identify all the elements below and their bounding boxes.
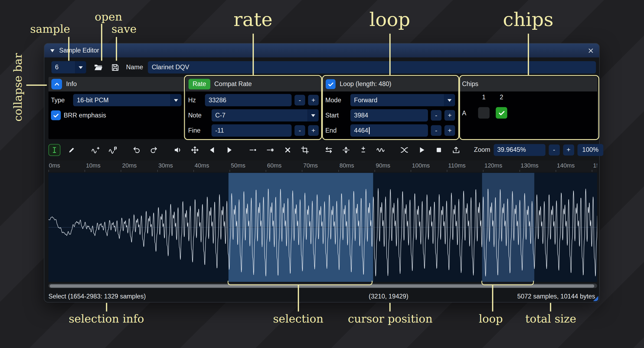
loop-start-value: 3984 [354, 111, 368, 119]
delete-button[interactable] [282, 144, 294, 156]
ruler-tick [519, 170, 520, 172]
zoom-value-field[interactable]: 39.9645% [493, 144, 545, 156]
invert-button[interactable] [340, 144, 352, 156]
amplify-button[interactable] [172, 144, 184, 156]
annotation-sample-label: sample [30, 22, 70, 35]
loop-end-increment-button[interactable]: + [444, 125, 455, 136]
collapse-info-button[interactable] [51, 79, 62, 89]
window-title: Sample Editor [59, 47, 99, 54]
loop-start-decrement-button[interactable]: - [431, 110, 442, 120]
reverse-button[interactable] [323, 144, 335, 156]
note-select[interactable]: C-7 [211, 109, 319, 121]
stop-preview-button[interactable] [433, 144, 445, 156]
ruler-label: 100ms [412, 162, 430, 169]
plus-minus-icon [359, 146, 368, 154]
open-button[interactable] [92, 61, 104, 73]
type-select[interactable]: 16-bit PCM [73, 94, 182, 106]
ruler-tick [48, 170, 49, 172]
loop-start-increment-button[interactable]: + [444, 110, 455, 120]
sample-select-arrow[interactable] [75, 61, 86, 73]
chips-panel-title: Chips [462, 80, 478, 88]
resize-grip[interactable] [593, 296, 599, 301]
annotation-loop-label: loop [369, 8, 410, 30]
annotation-loop-line [389, 34, 390, 75]
filter-button[interactable] [375, 144, 387, 156]
fine-increment-button[interactable]: + [308, 125, 319, 136]
select-tool-button[interactable] [48, 144, 60, 156]
speaker-icon [173, 146, 182, 154]
fine-decrement-button[interactable]: - [295, 125, 305, 136]
hz-increment-button[interactable]: + [308, 95, 319, 105]
arrows-cross-icon [191, 146, 199, 154]
preview-button[interactable] [416, 144, 427, 156]
ruler-label: 130ms [521, 162, 538, 169]
ruler-label: 20ms [122, 162, 137, 169]
check-icon [498, 109, 505, 117]
save-button[interactable] [109, 61, 121, 73]
x-icon [283, 146, 292, 154]
loop-end-value: 4464 [354, 127, 368, 134]
dash-star-icon [266, 146, 275, 154]
scrollbar-handle[interactable] [50, 284, 594, 287]
redo-button[interactable] [148, 144, 160, 156]
crossfade-button[interactable] [398, 144, 410, 156]
hz-input[interactable]: 33286 [205, 94, 292, 106]
annotation-total-size-label: total size [525, 312, 576, 325]
close-button[interactable] [588, 47, 594, 54]
sample-select[interactable]: 6 [51, 61, 86, 73]
annotation-open-line [101, 24, 102, 61]
undo-button[interactable] [130, 144, 142, 156]
loop-enable-checkbox[interactable] [326, 79, 335, 89]
fine-value: -11 [215, 127, 224, 134]
resample-button[interactable] [107, 144, 119, 156]
sign-invert-button[interactable] [357, 144, 369, 156]
ruler-tick [121, 170, 122, 172]
trim-button[interactable] [299, 144, 311, 156]
hz-decrement-button[interactable]: - [295, 95, 305, 105]
loop-start-input[interactable]: 3984 [350, 109, 428, 121]
zoom-reset-button[interactable]: 100% [577, 144, 604, 156]
titlebar[interactable]: Sample Editor [44, 44, 599, 58]
chip-row-label: A [462, 110, 466, 117]
loop-mode-arrow[interactable] [444, 94, 455, 106]
fade-in-button[interactable] [206, 144, 218, 156]
insert-silence-button[interactable] [247, 144, 259, 156]
chip-checkbox[interactable] [496, 107, 507, 119]
status-bar: Select (1654-2983: 1329 samples) (3210, … [48, 290, 595, 303]
cross-curves-icon [400, 146, 409, 154]
hz-label: Hz [188, 96, 202, 104]
make-wavetable-button[interactable] [450, 144, 462, 156]
sample-toolbar-row: 6 Name Clarinet DQV [51, 61, 596, 73]
info-panel: Info Type 16-bit PCM [48, 77, 185, 139]
brr-emphasis-checkbox[interactable] [51, 110, 61, 120]
loop-mode-select[interactable]: Forward [350, 94, 455, 106]
loop-end-input[interactable]: 4464 [350, 124, 428, 137]
hz-value: 33286 [209, 96, 226, 104]
rate-toggle-button[interactable]: Rate [188, 79, 210, 89]
chip-checkbox[interactable] [478, 107, 489, 119]
annotation-selection-info-label: selection info [69, 312, 144, 325]
apply-silence-button[interactable] [264, 144, 276, 156]
collapse-window-icon[interactable] [50, 48, 55, 53]
draw-tool-button[interactable] [66, 144, 78, 156]
close-icon [588, 47, 594, 54]
fade-out-button[interactable] [223, 144, 235, 156]
time-ruler[interactable]: 0ms10ms20ms30ms40ms50ms60ms70ms80ms90ms1… [48, 160, 597, 172]
ruler-label: 50ms [231, 162, 246, 169]
resize-button[interactable] [90, 144, 102, 156]
brr-emphasis-label: BRR emphasis [64, 111, 106, 119]
zoom-in-button[interactable]: + [563, 144, 574, 155]
triangle-left-icon [208, 146, 217, 154]
normalize-button[interactable] [189, 144, 201, 156]
fine-input[interactable]: -11 [211, 124, 292, 137]
note-select-arrow[interactable] [308, 109, 319, 121]
type-select-arrow[interactable] [171, 94, 182, 106]
selection-info-text: Select (1654-2983: 1329 samples) [48, 293, 146, 300]
stop-icon [434, 146, 443, 154]
loop-end-decrement-button[interactable]: - [431, 125, 442, 136]
chip-column-label: 2 [496, 94, 507, 101]
waveform-display[interactable] [48, 173, 597, 282]
zoom-out-button[interactable]: - [548, 144, 560, 155]
waveform-scrollbar[interactable] [48, 284, 597, 288]
ruler-tick [302, 170, 303, 172]
